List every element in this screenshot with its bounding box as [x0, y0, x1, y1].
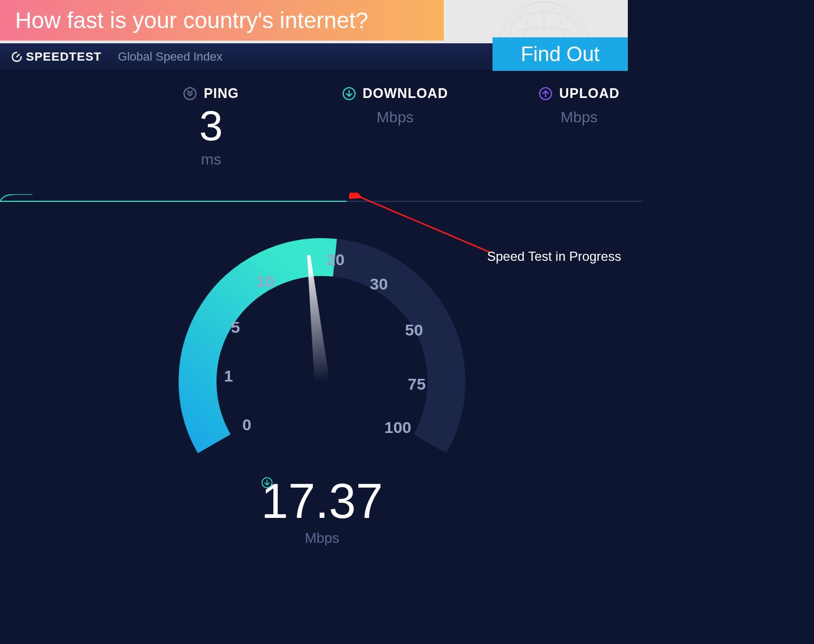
- download-metric: DOWNLOAD Mbps: [336, 86, 455, 168]
- metrics-row: PING 3 ms DOWNLOAD Mbps UPLOAD: [0, 86, 814, 168]
- ping-icon: [183, 87, 197, 101]
- find-out-label: Find Out: [521, 43, 600, 66]
- ping-unit: ms: [201, 151, 221, 168]
- gauge-tick-1: 1: [224, 367, 233, 385]
- progress-fill: [0, 201, 346, 202]
- upload-label: UPLOAD: [559, 86, 620, 101]
- banner-headline-bar: How fast is your country's internet?: [0, 0, 444, 41]
- download-label: DOWNLOAD: [363, 86, 448, 101]
- brand-text: SPEEDTEST: [26, 50, 102, 64]
- gauge-tick-5: 5: [231, 318, 240, 337]
- upload-unit: Mbps: [561, 109, 598, 126]
- progress-line: [0, 194, 643, 204]
- gauge-tick-50: 50: [405, 321, 423, 339]
- progress-curve: [0, 194, 32, 202]
- find-out-button[interactable]: Find Out: [493, 37, 628, 71]
- ping-metric: PING 3 ms: [152, 86, 271, 168]
- gauge-unit: Mbps: [305, 530, 339, 547]
- gauge-tick-10: 10: [256, 272, 274, 291]
- gauge-value: 17.37: [261, 477, 383, 525]
- gauge-tick-75: 75: [408, 375, 425, 393]
- upload-icon: [539, 87, 553, 101]
- ping-label: PING: [204, 86, 239, 101]
- gauge-tick-30: 30: [370, 275, 388, 293]
- annotation-label: Speed Test in Progress: [487, 249, 621, 264]
- brand: SPEEDTEST: [11, 50, 102, 64]
- gauge-readout: 17.37 Mbps: [261, 477, 383, 547]
- banner-subtitle: Global Speed Index: [118, 50, 222, 64]
- speed-gauge: 0 1 5 10 20 30 50 75 100 17.37 Mbps: [162, 222, 482, 541]
- upload-metric: UPLOAD Mbps: [520, 86, 639, 168]
- speedometer-icon: [11, 51, 23, 63]
- promo-banner: How fast is your country's internet? SPE…: [0, 0, 628, 70]
- gauge-tick-20: 20: [326, 251, 344, 269]
- gauge-tick-100: 100: [384, 418, 411, 437]
- ping-value: 3: [199, 104, 222, 147]
- download-icon: [342, 87, 356, 101]
- gauge-tick-0: 0: [242, 416, 252, 434]
- download-icon: [261, 477, 273, 489]
- download-unit: Mbps: [377, 109, 413, 126]
- svg-line-7: [17, 54, 19, 57]
- banner-headline: How fast is your country's internet?: [15, 8, 368, 34]
